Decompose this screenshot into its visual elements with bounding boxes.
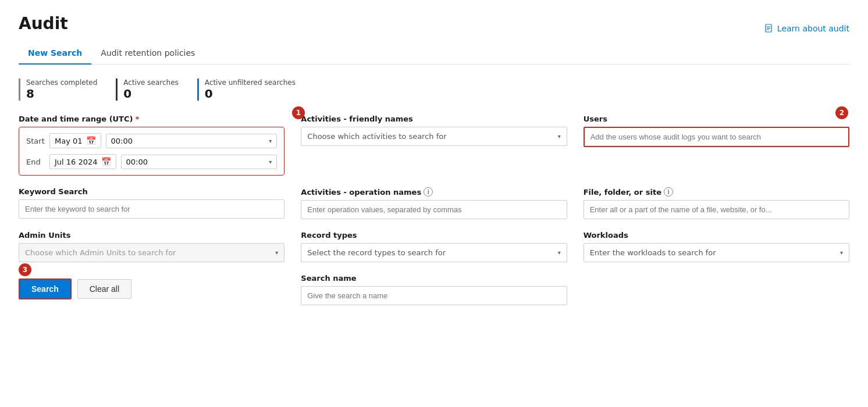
record-types-placeholder: Select the record types to search for bbox=[307, 248, 446, 257]
button-placeholder: 3 Search Clear all bbox=[19, 274, 284, 305]
calendar-icon-end: 📅 bbox=[101, 157, 111, 166]
tab-new-search[interactable]: New Search bbox=[19, 42, 91, 65]
activities-operation-section: Activities - operation names i bbox=[301, 187, 567, 219]
chevron-workloads: ▾ bbox=[840, 249, 843, 256]
start-label: Start bbox=[26, 137, 45, 145]
date-time-section: Date and time range (UTC) * Start May 01… bbox=[19, 115, 284, 176]
file-folder-section: File, folder, or site i bbox=[584, 187, 849, 219]
stat-active-searches: Active searches 0 bbox=[116, 78, 178, 101]
search-name-input[interactable] bbox=[301, 286, 567, 305]
workloads-placeholder: Enter the workloads to search for bbox=[590, 248, 716, 257]
info-icon-operation[interactable]: i bbox=[424, 187, 433, 197]
badge-3: 3 bbox=[19, 263, 31, 276]
workloads-section: Workloads Enter the workloads to search … bbox=[584, 231, 849, 262]
start-date-value: May 01 bbox=[55, 137, 83, 145]
end-date-row: End Jul 16 2024 📅 00:00 ▾ bbox=[26, 154, 277, 169]
learn-link-text: Learn about audit bbox=[777, 24, 849, 33]
tab-audit-retention[interactable]: Audit retention policies bbox=[91, 42, 204, 65]
keyword-label: Keyword Search bbox=[19, 187, 88, 196]
workloads-label: Workloads bbox=[584, 231, 628, 240]
users-label: Users bbox=[584, 115, 607, 123]
end-time-value: 00:00 bbox=[126, 158, 148, 166]
empty-col3-row4 bbox=[584, 274, 849, 305]
activities-friendly-placeholder: Choose which activities to search for bbox=[307, 132, 446, 141]
date-box: Start May 01 📅 00:00 ▾ End Jul 16 2024 📅 bbox=[19, 127, 284, 176]
info-icon-file[interactable]: i bbox=[664, 187, 673, 197]
search-name-label: Search name bbox=[301, 274, 356, 283]
record-types-dropdown[interactable]: Select the record types to search for ▾ bbox=[301, 243, 567, 262]
keyword-section: Keyword Search bbox=[19, 187, 284, 219]
activities-friendly-label: Activities - friendly names bbox=[301, 115, 413, 123]
start-time-select[interactable]: 00:00 ▾ bbox=[106, 134, 278, 148]
admin-units-dropdown[interactable]: Choose which Admin Units to search for ▾ bbox=[19, 243, 284, 262]
users-input[interactable] bbox=[584, 127, 849, 147]
end-date-input[interactable]: Jul 16 2024 📅 bbox=[49, 154, 116, 169]
record-types-label: Record types bbox=[301, 231, 357, 240]
document-icon bbox=[764, 24, 774, 33]
keyword-input[interactable] bbox=[19, 199, 284, 219]
activities-operation-label: Activities - operation names bbox=[301, 188, 421, 197]
search-button[interactable]: Search bbox=[19, 279, 72, 299]
chevron-down-icon: ▾ bbox=[269, 138, 272, 144]
chevron-admin-units: ▾ bbox=[275, 249, 278, 256]
chevron-activities-friendly: ▾ bbox=[558, 133, 561, 140]
start-time-value: 00:00 bbox=[111, 137, 133, 145]
chevron-down-icon-end: ▾ bbox=[269, 159, 272, 165]
date-time-label: Date and time range (UTC) bbox=[19, 115, 133, 123]
activities-friendly-section: Activities - friendly names Choose which… bbox=[301, 115, 567, 176]
stat-searches-completed: Searches completed 8 bbox=[19, 78, 97, 101]
learn-about-audit-link[interactable]: Learn about audit bbox=[764, 24, 849, 33]
workloads-dropdown[interactable]: Enter the workloads to search for ▾ bbox=[584, 243, 849, 262]
admin-units-label: Admin Units bbox=[19, 231, 70, 240]
stat-active-unfiltered: Active unfiltered searches 0 bbox=[197, 78, 296, 101]
file-folder-label: File, folder, or site bbox=[584, 188, 661, 197]
file-folder-input[interactable] bbox=[584, 200, 849, 219]
start-date-input[interactable]: May 01 📅 bbox=[49, 133, 101, 148]
end-date-value: Jul 16 2024 bbox=[55, 158, 98, 166]
users-section: Users bbox=[584, 115, 849, 176]
clear-all-button[interactable]: Clear all bbox=[77, 279, 131, 299]
tab-bar: New Search Audit retention policies bbox=[19, 42, 849, 65]
chevron-record-types: ▾ bbox=[558, 249, 561, 256]
end-time-select[interactable]: 00:00 ▾ bbox=[121, 155, 278, 169]
required-indicator: * bbox=[135, 115, 139, 123]
search-name-section: Search name bbox=[301, 274, 567, 305]
badge-1: 1 bbox=[292, 106, 305, 119]
activities-operation-input[interactable] bbox=[301, 200, 567, 219]
activities-friendly-dropdown[interactable]: Choose which activities to search for ▾ bbox=[301, 127, 567, 146]
badge-2: 2 bbox=[835, 106, 848, 119]
admin-units-placeholder: Choose which Admin Units to search for bbox=[25, 248, 176, 257]
calendar-icon-start: 📅 bbox=[86, 136, 96, 145]
start-date-row: Start May 01 📅 00:00 ▾ bbox=[26, 133, 277, 148]
button-row: Search Clear all bbox=[19, 279, 284, 299]
record-types-section: Record types Select the record types to … bbox=[301, 231, 567, 262]
page-title: Audit bbox=[19, 14, 68, 33]
end-label: End bbox=[26, 158, 45, 166]
stats-row: Searches completed 8 Active searches 0 A… bbox=[19, 78, 849, 101]
admin-units-section: Admin Units Choose which Admin Units to … bbox=[19, 231, 284, 262]
